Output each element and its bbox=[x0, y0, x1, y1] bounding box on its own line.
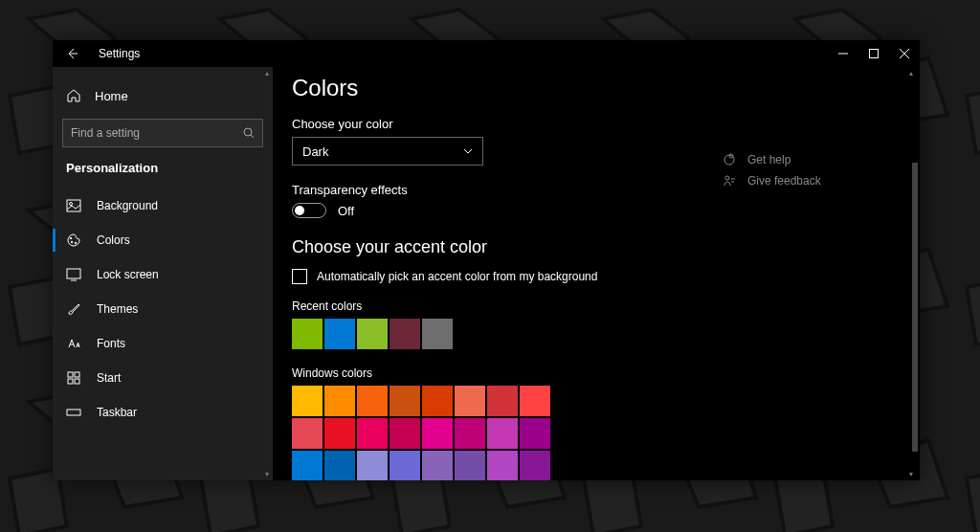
color-swatch[interactable] bbox=[422, 386, 453, 416]
minimize-button[interactable] bbox=[828, 40, 858, 67]
back-button[interactable] bbox=[66, 47, 79, 60]
svg-point-6 bbox=[70, 237, 72, 239]
color-swatch[interactable] bbox=[520, 451, 550, 480]
auto-accent-checkbox[interactable] bbox=[292, 269, 307, 284]
scrollbar-thumb[interactable] bbox=[912, 163, 918, 452]
transparency-label: Transparency effects bbox=[292, 183, 713, 197]
windows-colors-grid bbox=[292, 386, 713, 480]
maximize-button[interactable] bbox=[858, 40, 889, 67]
color-swatch[interactable] bbox=[292, 418, 323, 449]
give-feedback-link[interactable]: Give feedback bbox=[723, 170, 821, 191]
nav-label: Fonts bbox=[97, 337, 125, 350]
nav-label: Background bbox=[97, 199, 158, 212]
toggle-state: Off bbox=[338, 204, 354, 218]
recent-colors-label: Recent colors bbox=[292, 299, 713, 313]
chevron-down-icon: ▾ bbox=[265, 470, 269, 478]
color-swatch[interactable] bbox=[292, 451, 323, 480]
help-icon bbox=[723, 153, 736, 166]
get-help-link[interactable]: Get help bbox=[723, 149, 821, 170]
home-nav[interactable]: Home bbox=[53, 78, 273, 113]
feedback-label: Give feedback bbox=[747, 174, 821, 188]
color-swatch[interactable] bbox=[390, 418, 420, 449]
color-swatch[interactable] bbox=[357, 418, 388, 449]
color-swatch[interactable] bbox=[520, 386, 550, 416]
auto-accent-label: Automatically pick an accent color from … bbox=[317, 270, 597, 283]
nav-label: Start bbox=[97, 371, 121, 385]
svg-rect-4 bbox=[67, 200, 80, 211]
color-swatch[interactable] bbox=[324, 386, 355, 416]
color-swatch[interactable] bbox=[455, 386, 485, 416]
svg-point-5 bbox=[70, 203, 73, 206]
nav-label: Lock screen bbox=[97, 268, 159, 281]
nav-colors[interactable]: Colors bbox=[53, 223, 273, 257]
nav-label: Themes bbox=[97, 302, 138, 316]
minimize-icon bbox=[838, 49, 848, 58]
taskbar-icon bbox=[66, 405, 81, 420]
help-label: Get help bbox=[747, 153, 791, 166]
svg-point-18 bbox=[725, 176, 729, 180]
nav-start[interactable]: Start bbox=[53, 361, 273, 395]
color-swatch[interactable] bbox=[487, 386, 518, 416]
dropdown-value: Dark bbox=[302, 144, 328, 159]
color-swatch[interactable] bbox=[324, 451, 355, 480]
nav-themes[interactable]: Themes bbox=[53, 292, 273, 326]
windows-colors-label: Windows colors bbox=[292, 366, 713, 380]
monitor-icon bbox=[66, 267, 81, 282]
home-icon bbox=[66, 88, 81, 103]
color-swatch[interactable] bbox=[390, 386, 420, 416]
color-swatch[interactable] bbox=[487, 418, 518, 449]
color-swatch[interactable] bbox=[487, 451, 518, 480]
nav-lockscreen[interactable]: Lock screen bbox=[53, 257, 273, 292]
color-swatch[interactable] bbox=[520, 418, 550, 449]
settings-window: Settings Home Find a setting Persona bbox=[53, 40, 920, 480]
search-icon bbox=[243, 127, 255, 139]
color-swatch[interactable] bbox=[390, 451, 420, 480]
color-swatch[interactable] bbox=[357, 451, 388, 480]
svg-rect-14 bbox=[75, 379, 79, 384]
svg-rect-11 bbox=[68, 372, 73, 377]
window-controls bbox=[828, 40, 920, 67]
nav-background[interactable]: Background bbox=[53, 188, 273, 223]
color-swatch[interactable] bbox=[390, 319, 420, 349]
svg-point-8 bbox=[75, 242, 77, 244]
palette-icon bbox=[66, 233, 81, 248]
nav-taskbar[interactable]: Taskbar bbox=[53, 395, 273, 430]
feedback-icon bbox=[723, 174, 736, 188]
font-icon bbox=[66, 336, 81, 351]
color-swatch[interactable] bbox=[357, 319, 388, 349]
content-area: Colors Choose your color Dark Transparen… bbox=[273, 67, 920, 480]
svg-rect-1 bbox=[870, 50, 879, 58]
color-swatch[interactable] bbox=[455, 451, 485, 480]
search-placeholder: Find a setting bbox=[71, 126, 140, 140]
chevron-up-icon: ▴ bbox=[909, 69, 913, 78]
app-title: Settings bbox=[99, 47, 140, 60]
brush-icon bbox=[66, 301, 81, 317]
sidebar-scrollbar[interactable]: ▴ ▾ bbox=[261, 67, 273, 480]
color-swatch[interactable] bbox=[324, 418, 355, 449]
color-swatch[interactable] bbox=[292, 386, 323, 416]
svg-rect-12 bbox=[75, 372, 79, 377]
titlebar: Settings bbox=[53, 40, 920, 67]
maximize-icon bbox=[869, 49, 879, 58]
svg-rect-9 bbox=[67, 269, 80, 278]
choose-color-label: Choose your color bbox=[292, 117, 713, 131]
auto-accent-row[interactable]: Automatically pick an accent color from … bbox=[292, 269, 713, 284]
color-swatch[interactable] bbox=[422, 418, 453, 449]
color-mode-dropdown[interactable]: Dark bbox=[292, 137, 483, 166]
close-button[interactable] bbox=[889, 40, 920, 67]
color-swatch[interactable] bbox=[422, 319, 453, 349]
color-swatch[interactable] bbox=[455, 418, 485, 449]
color-swatch[interactable] bbox=[422, 451, 453, 480]
color-swatch[interactable] bbox=[357, 386, 388, 416]
svg-rect-15 bbox=[67, 410, 80, 415]
nav-label: Colors bbox=[97, 233, 130, 247]
svg-point-7 bbox=[71, 241, 73, 243]
recent-colors bbox=[292, 319, 713, 349]
transparency-toggle[interactable] bbox=[292, 203, 326, 218]
color-swatch[interactable] bbox=[292, 319, 323, 349]
content-scrollbar[interactable]: ▴ ▾ bbox=[906, 67, 920, 480]
nav-fonts[interactable]: Fonts bbox=[53, 326, 273, 361]
color-swatch[interactable] bbox=[324, 319, 355, 349]
search-input[interactable]: Find a setting bbox=[62, 119, 263, 147]
page-title: Colors bbox=[292, 75, 713, 101]
